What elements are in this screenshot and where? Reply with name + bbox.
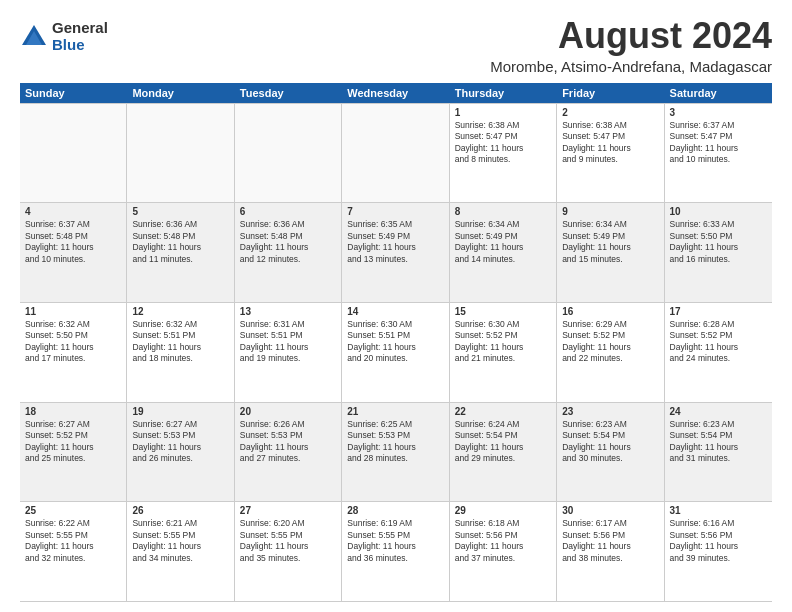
calendar-cell: 10Sunrise: 6:33 AM Sunset: 5:50 PM Dayli… xyxy=(665,203,772,302)
day-info: Sunrise: 6:27 AM Sunset: 5:52 PM Dayligh… xyxy=(25,419,121,465)
day-info: Sunrise: 6:37 AM Sunset: 5:48 PM Dayligh… xyxy=(25,219,121,265)
calendar-row-1: 4Sunrise: 6:37 AM Sunset: 5:48 PM Daylig… xyxy=(20,203,772,303)
calendar-cell: 8Sunrise: 6:34 AM Sunset: 5:49 PM Daylig… xyxy=(450,203,557,302)
logo-text: General Blue xyxy=(52,20,108,53)
calendar-header: SundayMondayTuesdayWednesdayThursdayFrid… xyxy=(20,83,772,103)
day-info: Sunrise: 6:32 AM Sunset: 5:51 PM Dayligh… xyxy=(132,319,228,365)
calendar-cell xyxy=(342,104,449,203)
calendar-cell: 16Sunrise: 6:29 AM Sunset: 5:52 PM Dayli… xyxy=(557,303,664,402)
calendar-cell: 1Sunrise: 6:38 AM Sunset: 5:47 PM Daylig… xyxy=(450,104,557,203)
day-info: Sunrise: 6:36 AM Sunset: 5:48 PM Dayligh… xyxy=(240,219,336,265)
logo-general: General xyxy=(52,20,108,37)
day-info: Sunrise: 6:25 AM Sunset: 5:53 PM Dayligh… xyxy=(347,419,443,465)
calendar-cell: 2Sunrise: 6:38 AM Sunset: 5:47 PM Daylig… xyxy=(557,104,664,203)
day-number: 2 xyxy=(562,107,658,118)
day-info: Sunrise: 6:32 AM Sunset: 5:50 PM Dayligh… xyxy=(25,319,121,365)
day-number: 24 xyxy=(670,406,767,417)
calendar-cell: 27Sunrise: 6:20 AM Sunset: 5:55 PM Dayli… xyxy=(235,502,342,601)
day-info: Sunrise: 6:23 AM Sunset: 5:54 PM Dayligh… xyxy=(562,419,658,465)
day-number: 8 xyxy=(455,206,551,217)
day-info: Sunrise: 6:20 AM Sunset: 5:55 PM Dayligh… xyxy=(240,518,336,564)
day-number: 6 xyxy=(240,206,336,217)
day-number: 12 xyxy=(132,306,228,317)
day-info: Sunrise: 6:26 AM Sunset: 5:53 PM Dayligh… xyxy=(240,419,336,465)
calendar-cell: 25Sunrise: 6:22 AM Sunset: 5:55 PM Dayli… xyxy=(20,502,127,601)
calendar-cell: 26Sunrise: 6:21 AM Sunset: 5:55 PM Dayli… xyxy=(127,502,234,601)
calendar-cell: 5Sunrise: 6:36 AM Sunset: 5:48 PM Daylig… xyxy=(127,203,234,302)
calendar-cell: 4Sunrise: 6:37 AM Sunset: 5:48 PM Daylig… xyxy=(20,203,127,302)
day-info: Sunrise: 6:34 AM Sunset: 5:49 PM Dayligh… xyxy=(455,219,551,265)
day-info: Sunrise: 6:31 AM Sunset: 5:51 PM Dayligh… xyxy=(240,319,336,365)
calendar-row-2: 11Sunrise: 6:32 AM Sunset: 5:50 PM Dayli… xyxy=(20,303,772,403)
day-info: Sunrise: 6:37 AM Sunset: 5:47 PM Dayligh… xyxy=(670,120,767,166)
header-day-sunday: Sunday xyxy=(20,83,127,103)
day-number: 26 xyxy=(132,505,228,516)
calendar-row-3: 18Sunrise: 6:27 AM Sunset: 5:52 PM Dayli… xyxy=(20,403,772,503)
calendar-cell: 3Sunrise: 6:37 AM Sunset: 5:47 PM Daylig… xyxy=(665,104,772,203)
calendar-body: 1Sunrise: 6:38 AM Sunset: 5:47 PM Daylig… xyxy=(20,103,772,602)
logo-icon xyxy=(20,23,48,51)
header-day-monday: Monday xyxy=(127,83,234,103)
calendar-cell: 13Sunrise: 6:31 AM Sunset: 5:51 PM Dayli… xyxy=(235,303,342,402)
day-number: 13 xyxy=(240,306,336,317)
day-info: Sunrise: 6:28 AM Sunset: 5:52 PM Dayligh… xyxy=(670,319,767,365)
day-info: Sunrise: 6:19 AM Sunset: 5:55 PM Dayligh… xyxy=(347,518,443,564)
calendar-row-4: 25Sunrise: 6:22 AM Sunset: 5:55 PM Dayli… xyxy=(20,502,772,602)
day-number: 16 xyxy=(562,306,658,317)
day-number: 3 xyxy=(670,107,767,118)
header-day-thursday: Thursday xyxy=(450,83,557,103)
day-info: Sunrise: 6:33 AM Sunset: 5:50 PM Dayligh… xyxy=(670,219,767,265)
calendar-cell: 20Sunrise: 6:26 AM Sunset: 5:53 PM Dayli… xyxy=(235,403,342,502)
calendar-cell: 7Sunrise: 6:35 AM Sunset: 5:49 PM Daylig… xyxy=(342,203,449,302)
day-info: Sunrise: 6:18 AM Sunset: 5:56 PM Dayligh… xyxy=(455,518,551,564)
header-day-friday: Friday xyxy=(557,83,664,103)
calendar-cell xyxy=(20,104,127,203)
day-number: 20 xyxy=(240,406,336,417)
day-info: Sunrise: 6:23 AM Sunset: 5:54 PM Dayligh… xyxy=(670,419,767,465)
month-year: August 2024 xyxy=(490,16,772,56)
day-number: 23 xyxy=(562,406,658,417)
day-number: 11 xyxy=(25,306,121,317)
calendar-cell: 23Sunrise: 6:23 AM Sunset: 5:54 PM Dayli… xyxy=(557,403,664,502)
calendar-cell: 24Sunrise: 6:23 AM Sunset: 5:54 PM Dayli… xyxy=(665,403,772,502)
day-info: Sunrise: 6:34 AM Sunset: 5:49 PM Dayligh… xyxy=(562,219,658,265)
header-day-wednesday: Wednesday xyxy=(342,83,449,103)
calendar-cell: 30Sunrise: 6:17 AM Sunset: 5:56 PM Dayli… xyxy=(557,502,664,601)
day-number: 10 xyxy=(670,206,767,217)
day-info: Sunrise: 6:16 AM Sunset: 5:56 PM Dayligh… xyxy=(670,518,767,564)
calendar-cell: 9Sunrise: 6:34 AM Sunset: 5:49 PM Daylig… xyxy=(557,203,664,302)
day-info: Sunrise: 6:35 AM Sunset: 5:49 PM Dayligh… xyxy=(347,219,443,265)
header: General Blue August 2024 Morombe, Atsimo… xyxy=(20,16,772,75)
calendar-cell: 6Sunrise: 6:36 AM Sunset: 5:48 PM Daylig… xyxy=(235,203,342,302)
calendar-cell: 19Sunrise: 6:27 AM Sunset: 5:53 PM Dayli… xyxy=(127,403,234,502)
calendar-cell: 17Sunrise: 6:28 AM Sunset: 5:52 PM Dayli… xyxy=(665,303,772,402)
day-info: Sunrise: 6:29 AM Sunset: 5:52 PM Dayligh… xyxy=(562,319,658,365)
day-info: Sunrise: 6:30 AM Sunset: 5:52 PM Dayligh… xyxy=(455,319,551,365)
day-info: Sunrise: 6:30 AM Sunset: 5:51 PM Dayligh… xyxy=(347,319,443,365)
day-number: 17 xyxy=(670,306,767,317)
calendar-cell: 22Sunrise: 6:24 AM Sunset: 5:54 PM Dayli… xyxy=(450,403,557,502)
calendar-cell: 12Sunrise: 6:32 AM Sunset: 5:51 PM Dayli… xyxy=(127,303,234,402)
day-info: Sunrise: 6:27 AM Sunset: 5:53 PM Dayligh… xyxy=(132,419,228,465)
day-info: Sunrise: 6:36 AM Sunset: 5:48 PM Dayligh… xyxy=(132,219,228,265)
day-info: Sunrise: 6:38 AM Sunset: 5:47 PM Dayligh… xyxy=(455,120,551,166)
day-info: Sunrise: 6:24 AM Sunset: 5:54 PM Dayligh… xyxy=(455,419,551,465)
day-number: 31 xyxy=(670,505,767,516)
day-number: 28 xyxy=(347,505,443,516)
day-number: 18 xyxy=(25,406,121,417)
day-number: 19 xyxy=(132,406,228,417)
day-info: Sunrise: 6:21 AM Sunset: 5:55 PM Dayligh… xyxy=(132,518,228,564)
day-number: 25 xyxy=(25,505,121,516)
title-section: August 2024 Morombe, Atsimo-Andrefana, M… xyxy=(490,16,772,75)
header-day-saturday: Saturday xyxy=(665,83,772,103)
logo-blue: Blue xyxy=(52,37,108,54)
calendar-cell: 11Sunrise: 6:32 AM Sunset: 5:50 PM Dayli… xyxy=(20,303,127,402)
day-number: 15 xyxy=(455,306,551,317)
day-number: 4 xyxy=(25,206,121,217)
day-number: 22 xyxy=(455,406,551,417)
day-number: 29 xyxy=(455,505,551,516)
calendar-cell: 21Sunrise: 6:25 AM Sunset: 5:53 PM Dayli… xyxy=(342,403,449,502)
day-info: Sunrise: 6:22 AM Sunset: 5:55 PM Dayligh… xyxy=(25,518,121,564)
day-number: 21 xyxy=(347,406,443,417)
calendar-cell xyxy=(127,104,234,203)
